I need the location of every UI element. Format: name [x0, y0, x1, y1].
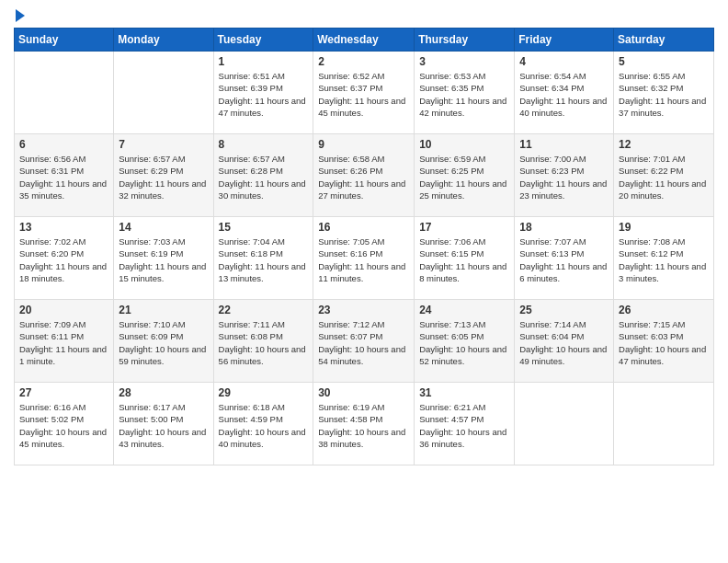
day-number: 25	[519, 304, 609, 316]
calendar-week-row: 1Sunrise: 6:51 AM Sunset: 6:39 PM Daylig…	[15, 52, 714, 134]
calendar-cell: 7Sunrise: 6:57 AM Sunset: 6:29 PM Daylig…	[114, 134, 213, 217]
calendar-cell: 18Sunrise: 7:07 AM Sunset: 6:13 PM Dayli…	[515, 217, 614, 300]
calendar-cell: 26Sunrise: 7:15 AM Sunset: 6:03 PM Dayli…	[614, 300, 714, 383]
day-info: Sunrise: 6:19 AM Sunset: 4:58 PM Dayligh…	[318, 401, 409, 450]
calendar-cell: 14Sunrise: 7:03 AM Sunset: 6:19 PM Dayli…	[114, 217, 213, 300]
calendar-cell	[614, 383, 714, 465]
calendar-cell: 30Sunrise: 6:19 AM Sunset: 4:58 PM Dayli…	[313, 383, 415, 465]
calendar-cell: 10Sunrise: 6:59 AM Sunset: 6:25 PM Dayli…	[415, 134, 515, 217]
day-of-week-header: Sunday	[15, 29, 114, 52]
day-number: 15	[219, 221, 309, 234]
calendar-cell: 21Sunrise: 7:10 AM Sunset: 6:09 PM Dayli…	[114, 300, 213, 383]
calendar-cell	[515, 383, 614, 465]
calendar-cell: 8Sunrise: 6:57 AM Sunset: 6:28 PM Daylig…	[213, 134, 313, 217]
day-of-week-header: Monday	[114, 29, 213, 52]
day-number: 1	[219, 55, 309, 68]
day-info: Sunrise: 7:14 AM Sunset: 6:04 PM Dayligh…	[519, 318, 609, 367]
logo	[14, 9, 25, 22]
calendar-cell: 16Sunrise: 7:05 AM Sunset: 6:16 PM Dayli…	[313, 217, 415, 300]
calendar-table: SundayMondayTuesdayWednesdayThursdayFrid…	[14, 28, 714, 465]
day-number: 12	[619, 138, 709, 151]
day-info: Sunrise: 7:12 AM Sunset: 6:07 PM Dayligh…	[318, 318, 409, 367]
calendar-cell: 5Sunrise: 6:55 AM Sunset: 6:32 PM Daylig…	[614, 52, 714, 134]
day-number: 14	[119, 221, 208, 234]
day-of-week-header: Saturday	[614, 29, 714, 52]
day-info: Sunrise: 6:53 AM Sunset: 6:35 PM Dayligh…	[419, 70, 509, 119]
day-number: 6	[19, 138, 108, 151]
day-info: Sunrise: 7:05 AM Sunset: 6:16 PM Dayligh…	[318, 236, 409, 284]
day-number: 7	[119, 138, 208, 151]
day-number: 19	[619, 221, 709, 234]
calendar-cell: 13Sunrise: 7:02 AM Sunset: 6:20 PM Dayli…	[15, 217, 114, 300]
day-number: 5	[619, 55, 709, 68]
calendar-cell: 11Sunrise: 7:00 AM Sunset: 6:23 PM Dayli…	[515, 134, 614, 217]
day-info: Sunrise: 6:17 AM Sunset: 5:00 PM Dayligh…	[119, 401, 208, 450]
calendar-header-row: SundayMondayTuesdayWednesdayThursdayFrid…	[15, 29, 714, 52]
day-of-week-header: Tuesday	[213, 29, 313, 52]
day-number: 13	[19, 221, 108, 234]
day-number: 29	[219, 386, 309, 399]
calendar-cell: 24Sunrise: 7:13 AM Sunset: 6:05 PM Dayli…	[415, 300, 515, 383]
day-number: 16	[318, 221, 409, 234]
day-number: 26	[619, 304, 709, 316]
day-number: 27	[19, 386, 108, 399]
day-number: 11	[519, 138, 609, 151]
calendar-week-row: 13Sunrise: 7:02 AM Sunset: 6:20 PM Dayli…	[15, 217, 714, 300]
day-info: Sunrise: 7:00 AM Sunset: 6:23 PM Dayligh…	[519, 153, 609, 201]
header	[14, 9, 714, 22]
day-number: 8	[219, 138, 309, 151]
calendar-cell: 4Sunrise: 6:54 AM Sunset: 6:34 PM Daylig…	[515, 52, 614, 134]
calendar-cell: 27Sunrise: 6:16 AM Sunset: 5:02 PM Dayli…	[15, 383, 114, 465]
day-number: 4	[519, 55, 609, 68]
day-number: 30	[318, 386, 409, 399]
day-info: Sunrise: 7:13 AM Sunset: 6:05 PM Dayligh…	[419, 318, 509, 367]
day-number: 2	[318, 55, 409, 68]
day-number: 22	[219, 304, 309, 316]
day-of-week-header: Thursday	[415, 29, 515, 52]
day-info: Sunrise: 6:56 AM Sunset: 6:31 PM Dayligh…	[19, 153, 108, 201]
calendar-cell: 25Sunrise: 7:14 AM Sunset: 6:04 PM Dayli…	[515, 300, 614, 383]
day-info: Sunrise: 6:52 AM Sunset: 6:37 PM Dayligh…	[318, 70, 409, 119]
day-info: Sunrise: 7:01 AM Sunset: 6:22 PM Dayligh…	[619, 153, 709, 201]
day-info: Sunrise: 7:04 AM Sunset: 6:18 PM Dayligh…	[219, 236, 309, 284]
day-info: Sunrise: 6:55 AM Sunset: 6:32 PM Dayligh…	[619, 70, 709, 119]
calendar-cell	[15, 52, 114, 134]
day-info: Sunrise: 7:11 AM Sunset: 6:08 PM Dayligh…	[219, 318, 309, 367]
calendar-cell: 22Sunrise: 7:11 AM Sunset: 6:08 PM Dayli…	[213, 300, 313, 383]
day-number: 23	[318, 304, 409, 316]
day-info: Sunrise: 7:03 AM Sunset: 6:19 PM Dayligh…	[119, 236, 208, 284]
day-info: Sunrise: 6:51 AM Sunset: 6:39 PM Dayligh…	[219, 70, 309, 119]
day-info: Sunrise: 6:58 AM Sunset: 6:26 PM Dayligh…	[318, 153, 409, 201]
logo-triangle-icon	[16, 9, 25, 22]
day-info: Sunrise: 6:18 AM Sunset: 4:59 PM Dayligh…	[219, 401, 309, 450]
day-number: 21	[119, 304, 208, 316]
calendar-cell: 19Sunrise: 7:08 AM Sunset: 6:12 PM Dayli…	[614, 217, 714, 300]
day-of-week-header: Wednesday	[313, 29, 415, 52]
day-info: Sunrise: 7:15 AM Sunset: 6:03 PM Dayligh…	[619, 318, 709, 367]
calendar-cell: 6Sunrise: 6:56 AM Sunset: 6:31 PM Daylig…	[15, 134, 114, 217]
calendar-cell: 2Sunrise: 6:52 AM Sunset: 6:37 PM Daylig…	[313, 52, 415, 134]
calendar-cell: 20Sunrise: 7:09 AM Sunset: 6:11 PM Dayli…	[15, 300, 114, 383]
day-number: 28	[119, 386, 208, 399]
day-info: Sunrise: 6:57 AM Sunset: 6:28 PM Dayligh…	[219, 153, 309, 201]
day-info: Sunrise: 6:16 AM Sunset: 5:02 PM Dayligh…	[19, 401, 108, 450]
day-number: 31	[419, 386, 509, 399]
day-info: Sunrise: 7:08 AM Sunset: 6:12 PM Dayligh…	[619, 236, 709, 284]
calendar-cell: 3Sunrise: 6:53 AM Sunset: 6:35 PM Daylig…	[415, 52, 515, 134]
day-info: Sunrise: 7:02 AM Sunset: 6:20 PM Dayligh…	[19, 236, 108, 284]
calendar-cell: 1Sunrise: 6:51 AM Sunset: 6:39 PM Daylig…	[213, 52, 313, 134]
calendar-cell	[114, 52, 213, 134]
calendar-cell: 9Sunrise: 6:58 AM Sunset: 6:26 PM Daylig…	[313, 134, 415, 217]
day-number: 18	[519, 221, 609, 234]
day-number: 10	[419, 138, 509, 151]
calendar-cell: 17Sunrise: 7:06 AM Sunset: 6:15 PM Dayli…	[415, 217, 515, 300]
calendar-cell: 31Sunrise: 6:21 AM Sunset: 4:57 PM Dayli…	[415, 383, 515, 465]
day-of-week-header: Friday	[515, 29, 614, 52]
day-number: 9	[318, 138, 409, 151]
calendar-week-row: 20Sunrise: 7:09 AM Sunset: 6:11 PM Dayli…	[15, 300, 714, 383]
day-info: Sunrise: 6:57 AM Sunset: 6:29 PM Dayligh…	[119, 153, 208, 201]
calendar-cell: 29Sunrise: 6:18 AM Sunset: 4:59 PM Dayli…	[213, 383, 313, 465]
day-number: 24	[419, 304, 509, 316]
day-number: 20	[19, 304, 108, 316]
calendar-week-row: 27Sunrise: 6:16 AM Sunset: 5:02 PM Dayli…	[15, 383, 714, 465]
